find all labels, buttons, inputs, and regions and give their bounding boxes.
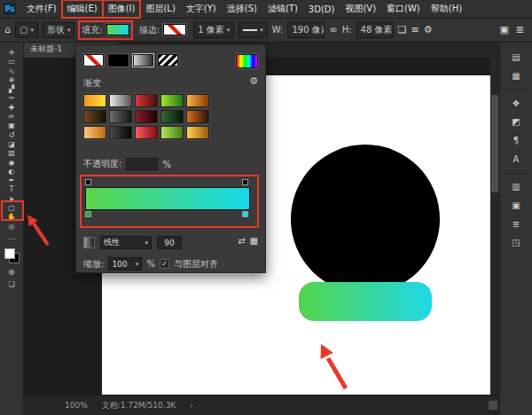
styles-panel-icon[interactable]: ❖ bbox=[512, 98, 520, 109]
menu-item-file[interactable]: 文件(F) bbox=[21, 0, 62, 18]
gradient-fill-button[interactable] bbox=[133, 54, 153, 67]
gradient-preset[interactable] bbox=[186, 94, 209, 107]
gradient-editor-bar[interactable] bbox=[85, 187, 250, 210]
quick-selection-tool[interactable]: ❉ bbox=[0, 76, 23, 85]
gear-icon[interactable]: ⚙ bbox=[249, 75, 258, 87]
menu-item-image[interactable]: 图像(I) bbox=[103, 0, 141, 18]
history-brush-tool[interactable]: ↺ bbox=[0, 131, 23, 140]
foreground-color-swatch[interactable] bbox=[4, 248, 15, 259]
properties-panel-icon[interactable]: ▥ bbox=[512, 182, 520, 192]
quick-mask-icon[interactable]: ◍ bbox=[9, 268, 15, 276]
stroke-style-select[interactable]: ▾ bbox=[239, 22, 268, 38]
dock-divider bbox=[505, 173, 528, 174]
tool-preset-picker[interactable]: ▢ ▾ bbox=[15, 22, 38, 38]
character-panel-icon[interactable]: A bbox=[513, 154, 520, 165]
color-panel-icon[interactable]: ◩ bbox=[512, 117, 520, 128]
menu-item-layer[interactable]: 图层(L) bbox=[140, 0, 180, 18]
menu-item-select[interactable]: 选择(S) bbox=[222, 0, 262, 18]
chevron-down-icon: ▾ bbox=[30, 27, 34, 34]
gradient-preset[interactable] bbox=[135, 110, 158, 123]
link-dimensions-icon[interactable]: ∞ bbox=[329, 24, 337, 35]
fill-swatch[interactable] bbox=[106, 24, 129, 35]
clone-stamp-tool[interactable]: ▣ bbox=[0, 121, 23, 130]
home-icon[interactable]: ⌂ bbox=[4, 24, 11, 35]
gradient-preset[interactable] bbox=[83, 94, 106, 107]
gradient-preset[interactable] bbox=[160, 94, 184, 107]
edit-toolbar-icon[interactable]: ⋯ bbox=[8, 235, 15, 243]
tool-mode-select[interactable]: 形状 ▾ bbox=[43, 22, 75, 38]
zoom-tool[interactable]: ◎ bbox=[0, 223, 23, 231]
history-panel-icon[interactable]: ≣ bbox=[512, 219, 520, 230]
pen-tool[interactable]: ✒ bbox=[0, 176, 23, 185]
color-picker-button[interactable] bbox=[236, 54, 258, 68]
menu-item-type[interactable]: 文字(Y) bbox=[181, 0, 222, 18]
height-field[interactable]: 48 像素 bbox=[356, 22, 394, 38]
options-menu-icon[interactable]: ≣ bbox=[516, 24, 524, 35]
brush-tool[interactable]: ✏ bbox=[0, 113, 23, 121]
scale-field[interactable]: 100 ▾ bbox=[108, 257, 142, 270]
status-chevron-icon[interactable]: › bbox=[190, 401, 193, 410]
info-panel-icon[interactable]: ▣ bbox=[512, 200, 520, 211]
zoom-level[interactable]: 100% bbox=[65, 401, 88, 410]
gradient-preset-grid bbox=[83, 94, 209, 139]
reverse-gradient-icon[interactable]: ⇄ bbox=[238, 236, 245, 246]
gradient-preset[interactable] bbox=[83, 126, 106, 139]
screen-mode-icon[interactable]: ❏ bbox=[8, 280, 14, 288]
width-field[interactable]: 190 像素 bbox=[287, 22, 325, 38]
gradient-preset[interactable] bbox=[109, 94, 132, 107]
libraries-panel-icon[interactable]: ▤ bbox=[512, 52, 520, 63]
opacity-row: 不透明度: % bbox=[83, 158, 171, 170]
eraser-tool[interactable]: ◪ bbox=[0, 140, 23, 149]
lasso-tool[interactable]: ∿ bbox=[0, 67, 23, 76]
dodge-tool[interactable]: ◐ bbox=[0, 168, 23, 176]
vertical-scrollbar-thumb[interactable] bbox=[491, 95, 498, 192]
paragraph-panel-icon[interactable]: ¶ bbox=[513, 136, 519, 146]
gradient-preset[interactable] bbox=[160, 126, 184, 139]
gradient-preset[interactable] bbox=[135, 126, 158, 139]
menu-item-view[interactable]: 视图(V) bbox=[340, 0, 381, 18]
solid-fill-button[interactable] bbox=[108, 54, 129, 67]
gradient-style-select[interactable]: 线性 ▾ bbox=[100, 236, 152, 249]
gradient-tool[interactable]: ▧ bbox=[0, 149, 23, 158]
gear-icon[interactable]: ⚙ bbox=[424, 24, 433, 35]
opacity-field[interactable] bbox=[126, 158, 158, 170]
gradient-preset[interactable] bbox=[160, 110, 184, 123]
eyedropper-tool[interactable]: ✑ bbox=[0, 94, 23, 103]
rect-marquee-tool[interactable]: ▭ bbox=[0, 58, 23, 67]
crop-tool[interactable]: ▞ bbox=[0, 85, 23, 94]
gradient-preset[interactable] bbox=[135, 94, 158, 107]
adjustments-panel-icon[interactable]: ▦ bbox=[512, 71, 520, 82]
menu-item-help[interactable]: 帮助(H) bbox=[426, 0, 467, 18]
gradient-preset[interactable] bbox=[186, 126, 209, 139]
gradient-preset[interactable] bbox=[109, 110, 132, 123]
move-tool[interactable]: ✛ bbox=[0, 49, 23, 58]
vertical-scrollbar[interactable] bbox=[490, 58, 499, 395]
gradient-angle-field[interactable]: 90 bbox=[157, 236, 182, 249]
gradient-method-icon[interactable]: ▩ bbox=[250, 236, 258, 246]
color-stop-left[interactable] bbox=[85, 211, 91, 217]
color-stop-right[interactable] bbox=[242, 211, 248, 217]
blur-tool[interactable]: ◉ bbox=[0, 159, 23, 168]
menu-item-3d[interactable]: 3D(D) bbox=[303, 2, 340, 17]
gradient-preset[interactable] bbox=[109, 126, 132, 139]
path-operations-icon[interactable]: ❏ bbox=[398, 24, 407, 35]
width-value: 190 像素 bbox=[292, 24, 325, 36]
height-value: 48 像素 bbox=[361, 24, 393, 36]
channels-panel-icon[interactable]: ◳ bbox=[512, 238, 520, 248]
gradient-preset[interactable] bbox=[186, 110, 209, 123]
stroke-width-field[interactable]: 1 像素 ▾ bbox=[193, 22, 234, 38]
menu-item-window[interactable]: 窗口(W) bbox=[381, 0, 426, 18]
stroke-swatch[interactable] bbox=[163, 24, 186, 35]
align-with-layer-checkbox[interactable]: ✓ bbox=[160, 259, 169, 269]
pattern-fill-button[interactable] bbox=[158, 54, 178, 67]
opacity-stop-left[interactable] bbox=[85, 179, 91, 185]
menu-item-edit[interactable]: 编辑(E) bbox=[62, 0, 103, 18]
menu-item-filter[interactable]: 滤镜(T) bbox=[262, 0, 303, 18]
type-tool[interactable]: T bbox=[0, 185, 23, 194]
opacity-stop-right[interactable] bbox=[242, 179, 248, 185]
no-fill-button[interactable] bbox=[83, 54, 104, 67]
spot-healing-tool[interactable]: ✚ bbox=[0, 104, 23, 113]
gradient-preset[interactable] bbox=[83, 110, 106, 123]
workspace-icon[interactable]: ▣ bbox=[499, 24, 508, 35]
path-alignment-icon[interactable]: ≡ bbox=[411, 24, 419, 35]
